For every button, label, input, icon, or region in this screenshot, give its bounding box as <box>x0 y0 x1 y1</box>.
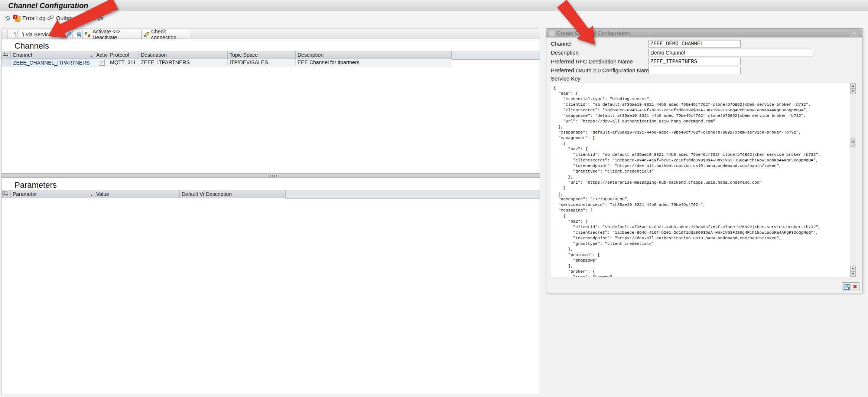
channels-table-header: Channel ▴ Active Protocol Destination To… <box>1 51 540 59</box>
column-label: Description <box>298 52 324 58</box>
scroll-up-icon[interactable]: ▲ <box>850 83 856 89</box>
description-input[interactable] <box>648 49 813 56</box>
scroll-down-icon[interactable]: ▼ <box>850 89 856 94</box>
column-header-parameter[interactable]: Parameter ▴ <box>11 190 94 198</box>
column-header-protocol[interactable]: Protocol <box>108 51 139 59</box>
table-select-all-button[interactable] <box>1 190 11 198</box>
destination-cell: ZEEE_ITPARTNERS <box>139 59 228 66</box>
column-header-description[interactable]: Description <box>204 190 286 198</box>
create-via-service-key-button[interactable]: via Service Key <box>17 30 66 39</box>
channels-heading: Channels <box>14 41 49 51</box>
column-label: Active <box>96 52 108 58</box>
description-cell: EEE Channel for itpartners <box>296 59 452 66</box>
table-grid-icon <box>3 52 9 57</box>
new-document-icon <box>19 32 24 37</box>
sap-gui-window: Channel Configuration ! Error Log <box>0 0 868 397</box>
activate-deactivate-button[interactable]: Activate <-> Deactivate <box>82 30 145 39</box>
outbound-bindings-button[interactable]: Outbound Bindings <box>47 14 104 22</box>
column-header-destination[interactable]: Destination <box>139 51 228 59</box>
floppy-disk-icon <box>843 284 850 290</box>
scrollbar-thumb[interactable] <box>851 138 855 147</box>
splitter-grip-icon[interactable] <box>269 175 277 177</box>
header-filler <box>286 190 540 199</box>
create-channel-configuration-dialog: Create Channel Configuration × Channel D… <box>546 28 862 293</box>
description-field-label: Description <box>551 49 579 56</box>
column-label: Value <box>96 191 109 197</box>
via-service-key-label: via Service Key <box>26 32 62 37</box>
column-label: Description <box>206 191 232 197</box>
parameters-heading: Parameters <box>14 180 57 190</box>
oauth-config-input[interactable] <box>648 67 741 74</box>
sort-ascending-icon: ▴ <box>91 52 92 59</box>
channel-input[interactable] <box>648 40 741 47</box>
column-label: Topic Space <box>230 52 258 58</box>
dialog-window-icon <box>549 30 555 36</box>
activate-deactivate-icon <box>84 32 91 37</box>
channel-link[interactable]: ZEEE_CHANNEL_ITPARTNERS <box>13 60 90 66</box>
table-select-all-button[interactable] <box>1 51 11 59</box>
refresh-icon <box>4 14 11 21</box>
scroll-up-icon[interactable]: ▲ <box>850 266 856 271</box>
service-key-textarea[interactable]: { "uaa": { "credential-type": "binding-s… <box>551 83 856 277</box>
red-x-icon: ✖ <box>853 283 858 290</box>
column-header-description[interactable]: Description <box>296 51 452 59</box>
sort-ascending-icon: ▴ <box>91 191 92 198</box>
rfc-destination-input[interactable] <box>648 58 741 65</box>
rfc-destination-field-label: Preferred RFC Destination Name <box>551 58 633 65</box>
error-log-icon: ! <box>13 15 20 21</box>
active-checkbox[interactable]: ✓ <box>99 60 105 66</box>
column-label: Default Val.. <box>182 191 204 197</box>
app-toolbar: ! Error Log Outbound Bindings <box>0 12 868 24</box>
error-log-button[interactable]: ! Error Log <box>13 14 46 22</box>
column-label: Protocol <box>110 52 129 58</box>
error-log-label: Error Log <box>22 15 46 21</box>
oauth-config-field-label: Preferred OAuth 2.0 Configuration Name <box>551 67 652 74</box>
table-row[interactable]: ZEEE_CHANNEL_ITPARTNERS ✓ MQTT_311_… ZEE… <box>1 59 540 66</box>
page-title: Channel Configuration <box>8 1 88 10</box>
channels-toolbar: via Service Key Activate <-> Deactivate <box>1 29 540 39</box>
parameters-panel: Parameters Parameter ▴ Value Default Val… <box>1 178 540 394</box>
dialog-titlebar[interactable]: Create Channel Configuration × <box>546 29 862 37</box>
dialog-title: Create Channel Configuration <box>557 29 630 37</box>
check-connection-icon <box>143 32 149 37</box>
new-document-icon <box>12 32 16 37</box>
column-label: Channel <box>13 52 32 58</box>
window-titlebar: Channel Configuration <box>0 0 868 11</box>
parameters-table-header: Parameter ▴ Value Default Val.. Descript… <box>1 190 540 198</box>
chain-link-icon <box>47 15 54 21</box>
vertical-scrollbar[interactable]: ▲ ▼ ▲ ▼ <box>850 83 856 277</box>
column-header-channel[interactable]: Channel ▴ <box>11 51 94 59</box>
column-header-value[interactable]: Value <box>94 190 180 198</box>
column-label: Parameter <box>13 191 37 197</box>
activate-deactivate-label: Activate <-> Deactivate <box>92 29 143 40</box>
header-filler <box>452 51 540 60</box>
horizontal-splitter[interactable] <box>1 173 540 178</box>
pencil-icon <box>66 32 72 37</box>
channel-field-label: Channel <box>551 40 572 47</box>
dialog-close-icon[interactable]: × <box>849 29 859 37</box>
row-select-cell[interactable] <box>1 59 11 66</box>
topic-space-cell: ITP/DEV/SALES <box>228 59 296 66</box>
active-cell: ✓ <box>94 59 108 66</box>
outbound-bindings-label: Outbound Bindings <box>56 15 104 21</box>
protocol-cell: MQTT_311_… <box>108 59 139 66</box>
service-key-json[interactable]: { "uaa": { "credential-type": "binding-s… <box>551 83 850 277</box>
column-label: Destination <box>141 52 167 58</box>
column-header-default-value[interactable]: Default Val.. <box>180 190 204 198</box>
refresh-button[interactable] <box>4 14 11 22</box>
channels-panel: via Service Key Activate <-> Deactivate <box>1 29 540 173</box>
check-connection-button[interactable]: Check connection <box>141 30 190 39</box>
check-connection-label: Check connection <box>151 29 188 40</box>
column-header-active[interactable]: Active <box>94 51 108 59</box>
scroll-down-icon[interactable]: ▼ <box>850 271 856 277</box>
channel-cell[interactable]: ZEEE_CHANNEL_ITPARTNERS <box>11 59 94 66</box>
table-grid-icon <box>3 191 9 196</box>
save-button[interactable] <box>842 282 851 291</box>
service-key-label: Service Key <box>551 75 581 82</box>
cancel-button[interactable]: ✖ <box>851 282 859 291</box>
trash-icon <box>77 32 82 37</box>
checkbox-checked-icon: ✓ <box>100 60 104 65</box>
column-header-topic-space[interactable]: Topic Space <box>228 51 296 59</box>
